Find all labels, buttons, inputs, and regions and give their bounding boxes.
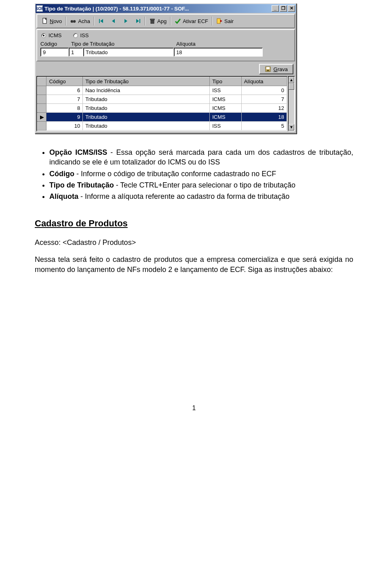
restore-button[interactable]: ❐ xyxy=(280,5,287,12)
nav-next-button[interactable] xyxy=(120,16,132,26)
svg-marker-5 xyxy=(100,19,103,23)
list-item: Tipo de Tributação - Tecle CTRL+Enter pa… xyxy=(49,180,353,190)
close-button[interactable]: ✕ xyxy=(288,5,295,12)
window-title: Tipo de Tributação | (10/2007) - 58.119.… xyxy=(44,6,272,12)
cell-tipo[interactable]: ICMS xyxy=(210,95,242,104)
cell-tipo-tributacao[interactable]: Tributado xyxy=(83,95,210,104)
col-header-tipo-tributacao[interactable]: Tipo de Tributação xyxy=(83,77,210,86)
radio-icms[interactable]: ICMS xyxy=(41,32,62,38)
cell-aliquota[interactable]: 5 xyxy=(241,122,287,131)
grava-label: Grava xyxy=(274,66,288,72)
ativar-ecf-label: Ativar ECF xyxy=(183,18,208,24)
toolbar-separator xyxy=(212,17,213,25)
svg-rect-15 xyxy=(217,19,220,23)
bullet-term: Tipo de Tributação xyxy=(49,181,114,189)
check-icon xyxy=(175,18,181,24)
input-codigo[interactable]: 9 xyxy=(40,48,69,57)
table-row[interactable]: 6Nao IncidênciaISS0 xyxy=(38,86,287,95)
app-icon: SOF xyxy=(36,5,43,12)
apg-button[interactable]: Apg xyxy=(146,16,169,26)
section-heading: Cadastro de Produtos xyxy=(35,217,353,230)
row-header[interactable] xyxy=(38,95,46,104)
label-aliquota: Alíquota xyxy=(176,41,196,47)
col-header-codigo[interactable]: Código xyxy=(46,77,83,86)
cell-tipo-tributacao[interactable]: Tributado xyxy=(83,113,210,122)
document-body: Opção ICMS/ISS - Essa opção será marcada… xyxy=(35,148,353,413)
radio-icon xyxy=(73,33,78,38)
svg-rect-18 xyxy=(266,67,270,69)
col-header-aliquota[interactable]: Alíquota xyxy=(241,77,287,86)
list-item: Opção ICMS/ISS - Essa opção será marcada… xyxy=(49,148,353,167)
novo-button[interactable]: Novo xyxy=(39,16,65,26)
toolbar-separator xyxy=(94,17,95,25)
titlebar: SOF Tipo de Tributação | (10/2007) - 58.… xyxy=(36,4,296,13)
radio-icms-label: ICMS xyxy=(48,32,62,38)
col-header-tipo[interactable]: Tipo xyxy=(210,77,242,86)
cell-aliquota[interactable]: 7 xyxy=(241,95,287,104)
svg-rect-4 xyxy=(99,19,100,23)
form-panel: ICMS ISS Código Tipo de Tributação Alíqu… xyxy=(36,29,295,61)
svg-rect-3 xyxy=(72,21,74,21)
bullet-desc: - Informe o código de tributação conform… xyxy=(74,170,276,178)
cell-tipo-tributacao[interactable]: Nao Incidência xyxy=(83,86,210,95)
sair-label: Sair xyxy=(224,18,234,24)
label-codigo: Código xyxy=(40,41,71,47)
row-header[interactable] xyxy=(38,104,46,113)
row-header[interactable] xyxy=(38,122,46,131)
radio-iss[interactable]: ISS xyxy=(73,32,89,38)
ativar-ecf-button[interactable]: Ativar ECF xyxy=(172,16,211,26)
exit-icon xyxy=(216,18,223,24)
cell-aliquota[interactable]: 0 xyxy=(241,86,287,95)
nav-last-button[interactable] xyxy=(132,16,144,26)
scroll-down-icon[interactable]: ▼ xyxy=(289,124,294,131)
cell-tipo-tributacao[interactable]: Tributado xyxy=(83,122,210,131)
input-tipo-desc[interactable]: Tributado xyxy=(83,48,174,57)
scroll-up-icon[interactable]: ▲ xyxy=(289,77,294,83)
nav-first-button[interactable] xyxy=(95,16,108,26)
scroll-track[interactable] xyxy=(289,90,294,124)
cell-codigo[interactable]: 6 xyxy=(46,86,83,95)
scroll-thumb[interactable] xyxy=(289,83,294,90)
cell-codigo[interactable]: 7 xyxy=(46,95,83,104)
cell-tipo-tributacao[interactable]: Tributado xyxy=(83,104,210,113)
paragraph-intro: Nessa tela será feito o cadastro de prod… xyxy=(35,255,353,274)
input-aliquota[interactable]: 18 xyxy=(174,48,263,57)
cell-codigo[interactable]: 10 xyxy=(46,122,83,131)
cell-tipo[interactable]: ICMS xyxy=(210,113,242,122)
svg-rect-9 xyxy=(139,19,140,23)
table-row[interactable]: 10TributadoISS5 xyxy=(38,122,287,131)
nav-first-icon xyxy=(98,18,105,24)
grava-button[interactable]: Grava xyxy=(259,64,293,74)
cell-tipo[interactable]: ICMS xyxy=(210,104,242,113)
sair-button[interactable]: Sair xyxy=(213,16,236,26)
cell-tipo[interactable]: ISS xyxy=(210,122,242,131)
minimize-button[interactable]: _ xyxy=(272,5,279,12)
row-header[interactable]: ▶ xyxy=(38,113,46,122)
vertical-scrollbar[interactable]: ▲ ▼ xyxy=(288,76,295,131)
bullet-term: Alíquota xyxy=(49,192,78,200)
bullet-desc: - Tecle CTRL+Enter para selecionar o tip… xyxy=(114,181,295,189)
toolbar-separator xyxy=(65,17,66,25)
table-row[interactable]: 7TributadoICMS7 xyxy=(38,95,287,104)
paragraph-access: Acesso: <Cadastro / Produtos> xyxy=(35,238,353,247)
cell-codigo[interactable]: 8 xyxy=(46,104,83,113)
table-row[interactable]: 8TributadoICMS12 xyxy=(38,104,287,113)
nav-prev-icon xyxy=(110,18,117,24)
svg-marker-8 xyxy=(136,19,139,23)
input-tipo-codigo[interactable]: 1 xyxy=(69,48,83,57)
svg-marker-16 xyxy=(220,20,222,22)
toolbar-panel: Novo Acha xyxy=(36,14,295,28)
table-row[interactable]: ▶9TributadoICMS18 xyxy=(38,113,287,122)
list-item: Alíquota - Informe a alíquota referente … xyxy=(49,192,353,201)
cell-aliquota[interactable]: 18 xyxy=(241,113,287,122)
data-grid[interactable]: Código Tipo de Tributação Tipo Alíquota … xyxy=(36,76,288,131)
label-tipo-tributacao: Tipo de Tributação xyxy=(71,41,176,47)
svg-rect-19 xyxy=(267,70,269,71)
svg-rect-11 xyxy=(150,19,154,20)
row-header[interactable] xyxy=(38,86,46,95)
cell-aliquota[interactable]: 12 xyxy=(241,104,287,113)
nav-prev-button[interactable] xyxy=(108,16,120,26)
acha-button[interactable]: Acha xyxy=(67,16,93,26)
cell-codigo[interactable]: 9 xyxy=(46,113,83,122)
cell-tipo[interactable]: ISS xyxy=(210,86,242,95)
